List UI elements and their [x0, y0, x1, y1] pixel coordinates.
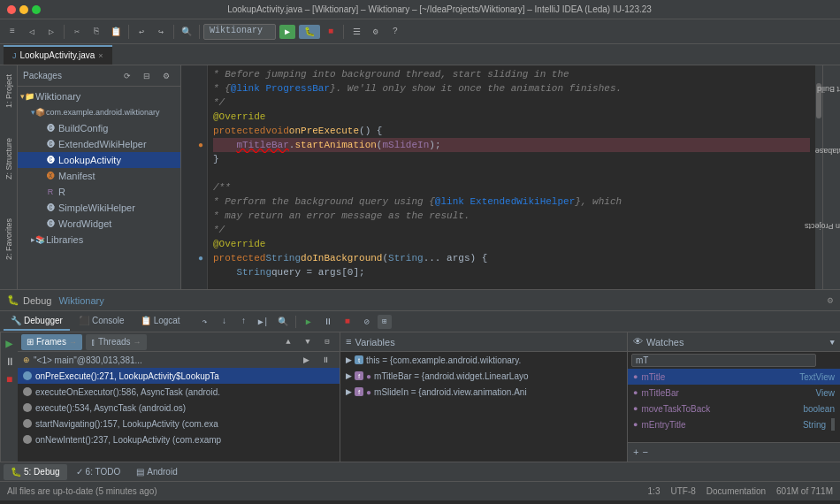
menu-btn[interactable]: ≡ — [4, 23, 21, 41]
status-linending[interactable]: Documentation — [706, 486, 766, 496]
file-tab-close[interactable]: × — [98, 51, 103, 60]
sdk-btn[interactable]: ☰ — [347, 23, 365, 41]
watch-search-input[interactable] — [631, 354, 816, 367]
forward-btn[interactable]: ▷ — [42, 23, 60, 41]
back-btn[interactable]: ◁ — [23, 23, 41, 41]
frame-filter-btn[interactable]: ⊟ — [318, 333, 336, 351]
file-tab-lookup[interactable]: J LookupActivity.java × — [4, 45, 112, 65]
debug-settings-btn[interactable]: ⚙ — [827, 294, 833, 306]
sync-btn[interactable]: ⟳ — [118, 67, 136, 85]
frame-down-btn[interactable]: ▼ — [299, 333, 317, 351]
code-line-14: protected String doInBackground(String..… — [213, 251, 810, 265]
remove-watch-btn[interactable]: − — [643, 447, 649, 458]
run-config-dropdown[interactable]: Wiktionary — [203, 24, 276, 40]
tab-logcat[interactable]: 📋 Logcat — [134, 313, 187, 331]
close-button[interactable] — [7, 5, 16, 14]
pause-btn[interactable]: ⏸ — [319, 313, 337, 331]
debug-button[interactable]: 🐛 — [299, 25, 320, 39]
debug-tab-icon: 🐛 — [11, 467, 21, 477]
thread-item-main[interactable]: ⊕ "<1> main"@830,013,381... ▶ ⏸ — [18, 352, 340, 368]
stop-btn[interactable]: ■ — [322, 23, 340, 41]
stop-debug-btn[interactable]: ■ — [339, 313, 356, 331]
tab-console[interactable]: ⬛ Console — [72, 313, 132, 331]
run-to-cursor-btn[interactable]: ▶| — [255, 313, 272, 331]
tree-item-r[interactable]: R R — [18, 184, 180, 200]
watch-item-mtitle[interactable]: ● mTitle TextView — [628, 369, 840, 385]
settings-btn-pkg[interactable]: ⚙ — [157, 67, 175, 85]
var-item-this[interactable]: ▶ t this = {com.example.android.wiktiona… — [340, 352, 627, 368]
database-tab[interactable]: Database — [809, 145, 840, 157]
run-button[interactable]: ▶ — [279, 25, 295, 39]
help-btn[interactable]: ? — [386, 23, 404, 41]
threads-tab[interactable]: ⫿ Threads → — [86, 334, 147, 350]
collapse-btn[interactable]: ⊟ — [138, 67, 156, 85]
tree-item-buildconfig[interactable]: 🅒 BuildConfig — [18, 120, 180, 136]
code-line-11: * may return an error message as the res… — [213, 209, 810, 223]
frame-item-1[interactable]: executeOnExecutor():586, AsyncTask (andr… — [18, 384, 340, 400]
copy-btn[interactable]: ⎘ — [88, 23, 105, 41]
maven-tab[interactable]: Maven Projects — [798, 220, 840, 233]
maximize-button[interactable] — [32, 5, 41, 14]
tree-item-wordwidget[interactable]: 🅒 WordWidget — [18, 216, 180, 232]
bottom-tab-android[interactable]: ▤ Android — [129, 464, 184, 480]
watch-name-met: mEntryTitle — [641, 420, 712, 430]
thread-suspend-btn[interactable]: ⏸ — [317, 351, 334, 369]
tree-item-wiktionary[interactable]: ▾📁 Wiktionary — [18, 88, 180, 104]
watches-dropdown-btn[interactable]: ▼ — [830, 337, 835, 347]
bottom-tab-todo[interactable]: ✓ 6: TODO — [69, 464, 128, 480]
frame-item-4[interactable]: onNewIntent():237, LookupActivity (com.e… — [18, 431, 340, 447]
step-out-btn[interactable]: ↑ — [235, 313, 253, 331]
var-name-tb-label: mTitleBar = {android.widget.LinearLayo — [374, 371, 528, 381]
evaluate-btn[interactable]: 🔍 — [274, 313, 292, 331]
redo-btn[interactable]: ↪ — [152, 23, 170, 41]
resume-side-btn[interactable]: ▶ — [1, 334, 19, 352]
editor-scrollbar[interactable] — [815, 65, 822, 289]
cut-btn[interactable]: ✂ — [68, 23, 86, 41]
watch-footer: + − — [628, 442, 840, 462]
add-watch-btn[interactable]: + — [633, 447, 639, 458]
tab-debugger[interactable]: 🔧 Debugger — [4, 313, 70, 331]
code-line-8 — [213, 166, 810, 180]
settings-btn[interactable]: ⚙ — [367, 23, 385, 41]
tree-item-simplewiki[interactable]: 🅒 SimpleWikiHelper — [18, 200, 180, 216]
var-item-titlebar[interactable]: ▶ f ● mTitleBar = {android.widget.Linear… — [340, 368, 627, 384]
var-name-tb: ● — [366, 371, 371, 381]
resume-btn[interactable]: ▶ — [300, 313, 317, 331]
frames-grid-btn[interactable]: ⊞ — [378, 315, 392, 329]
debug-body: ▶ ⏸ ■ ⊞ Frames → ⫿ Threads → ▲ ▼ — [0, 332, 840, 462]
bottom-tab-debug[interactable]: 🐛 5: Debug — [4, 464, 67, 480]
watch-item-mtitlebar[interactable]: ● mTitleBar View — [628, 385, 840, 401]
art-build-tab[interactable]: Art Build — [811, 83, 840, 95]
tree-item-lookup[interactable]: 🅒 LookupActivity — [18, 152, 180, 168]
pause-side-btn[interactable]: ⏸ — [1, 353, 19, 370]
step-over-btn[interactable]: ↷ — [196, 313, 214, 331]
stop-side-btn[interactable]: ■ — [1, 371, 19, 389]
line-gutter: ● ● — [181, 65, 208, 289]
frames-tab[interactable]: ⊞ Frames → — [21, 334, 82, 350]
frame-icon-4 — [23, 435, 32, 444]
watch-icon-mtitle: ● — [633, 372, 638, 381]
frame-up-btn[interactable]: ▲ — [279, 333, 297, 351]
frame-item-3[interactable]: startNavigating():157, LookupActivity (c… — [18, 416, 340, 431]
sidebar-item-favorites[interactable]: 2: Favorites — [3, 213, 15, 265]
tree-item-libraries[interactable]: ▸📚 Libraries — [18, 232, 180, 248]
frame-item-0[interactable]: onPreExecute():271, LookupActivity$Looku… — [18, 368, 340, 384]
watch-item-mentrytitle[interactable]: ● mEntryTitle String — [628, 416, 840, 432]
step-into-btn[interactable]: ↓ — [216, 313, 233, 331]
sidebar-item-project[interactable]: 1: Project — [3, 69, 15, 113]
frame-item-2[interactable]: execute():534, AsyncTask (android.os) — [18, 400, 340, 416]
tree-item-manifest[interactable]: 🅧 Manifest — [18, 168, 180, 184]
watch-item-movetasktoback[interactable]: ● moveTaskToBack boolean — [628, 401, 840, 416]
var-item-slidein[interactable]: ▶ f ● mSlideIn = {android.view.animation… — [340, 384, 627, 400]
code-editor[interactable]: ● ● * Before jumping into background thr… — [181, 65, 822, 289]
mute-bps-btn[interactable]: ⊘ — [358, 313, 376, 331]
tree-item-extendedwiki[interactable]: 🅒 ExtendedWikiHelper — [18, 136, 180, 152]
paste-btn[interactable]: 📋 — [107, 23, 125, 41]
tree-item-package[interactable]: ▾📦 com.example.android.wiktionary — [18, 104, 180, 120]
thread-resume-btn[interactable]: ▶ — [297, 351, 315, 369]
undo-btn[interactable]: ↩ — [133, 23, 150, 41]
ln-3 — [181, 95, 207, 110]
search-btn[interactable]: 🔍 — [178, 23, 195, 41]
sidebar-item-structure[interactable]: Z: Structure — [3, 133, 15, 185]
minimize-button[interactable] — [19, 5, 28, 14]
